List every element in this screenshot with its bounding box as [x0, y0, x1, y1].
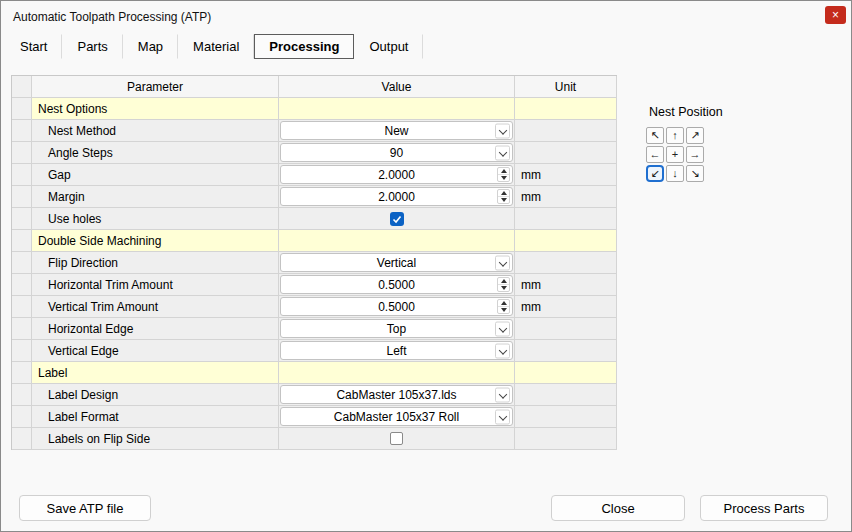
- tab-parts[interactable]: Parts: [62, 34, 122, 59]
- horizontal-trim-amount-spinner[interactable]: 0.5000: [280, 275, 513, 294]
- tab-bar: StartPartsMapMaterialProcessingOutput: [5, 34, 423, 59]
- unit-label: [515, 208, 617, 230]
- tab-output[interactable]: Output: [354, 34, 423, 59]
- label-format-dropdown[interactable]: CabMaster 105x37 Roll: [280, 407, 513, 426]
- unit-label: [515, 98, 617, 120]
- value-cell: [279, 428, 515, 450]
- unit-label: [515, 230, 617, 252]
- nest-position-arrow-up-button[interactable]: ↑: [666, 127, 684, 144]
- titlebar: Automatic Toolpath Processing (ATP) ×: [1, 1, 851, 31]
- parameter-label: Label: [32, 362, 279, 384]
- row-selector: [12, 230, 32, 252]
- nest-position-arrow-left-button[interactable]: ←: [646, 146, 664, 163]
- tab-processing[interactable]: Processing: [254, 34, 354, 59]
- tab-map[interactable]: Map: [123, 34, 178, 59]
- unit-label: mm: [515, 186, 617, 208]
- nest-position-center-button[interactable]: +: [666, 146, 684, 163]
- spinner-up-button[interactable]: [498, 300, 509, 307]
- nest-position-arrow-down-right-button[interactable]: ↘: [686, 165, 704, 182]
- process-parts-button[interactable]: Process Parts: [700, 495, 828, 521]
- parameter-label: Use holes: [32, 208, 279, 230]
- spinner-value: 0.5000: [378, 278, 415, 292]
- dropdown-value: Top: [387, 322, 406, 336]
- dropdown-value: Vertical: [377, 256, 416, 270]
- nest-position-arrow-right-button[interactable]: →: [686, 146, 704, 163]
- chevron-down-icon: [495, 343, 510, 358]
- angle-steps-dropdown[interactable]: 90: [280, 143, 513, 162]
- chevron-down-icon: [495, 387, 510, 402]
- value-cell: [279, 208, 515, 230]
- unit-label: [515, 252, 617, 274]
- chevron-down-icon: [495, 321, 510, 336]
- row-selector: [12, 406, 32, 428]
- spinner-up-button[interactable]: [498, 278, 509, 285]
- label-design-dropdown[interactable]: CabMaster 105x37.lds: [280, 385, 513, 404]
- value-cell: Vertical: [279, 252, 515, 274]
- parameter-label: Angle Steps: [32, 142, 279, 164]
- dropdown-value: 90: [390, 146, 403, 160]
- close-button[interactable]: Close: [551, 495, 685, 521]
- use-holes-checkbox[interactable]: [390, 212, 404, 226]
- chevron-down-icon: [495, 145, 510, 160]
- parameter-table: ParameterValueUnitNest OptionsNest Metho…: [11, 75, 617, 450]
- spinner-up-button[interactable]: [498, 190, 509, 197]
- unit-label: [515, 406, 617, 428]
- value-cell: 90: [279, 142, 515, 164]
- save-atp-file-button[interactable]: Save ATP file: [19, 495, 151, 521]
- spinner-value: 2.0000: [378, 190, 415, 204]
- tab-material[interactable]: Material: [178, 34, 254, 59]
- value-cell: 0.5000: [279, 296, 515, 318]
- spinner-down-button[interactable]: [498, 307, 509, 313]
- spinner-down-button[interactable]: [498, 285, 509, 291]
- value-cell: [279, 98, 515, 120]
- parameter-label: Margin: [32, 186, 279, 208]
- margin-spinner[interactable]: 2.0000: [280, 187, 513, 206]
- column-header-value: Value: [279, 76, 515, 98]
- value-cell: 0.5000: [279, 274, 515, 296]
- nest-method-dropdown[interactable]: New: [280, 121, 513, 140]
- nest-position-arrow-up-left-button[interactable]: ↖: [646, 127, 664, 144]
- parameter-label: Flip Direction: [32, 252, 279, 274]
- dropdown-value: CabMaster 105x37.lds: [336, 388, 456, 402]
- spinner-down-button[interactable]: [498, 197, 509, 203]
- tab-start[interactable]: Start: [5, 34, 62, 59]
- row-selector: [12, 142, 32, 164]
- row-selector: [12, 296, 32, 318]
- unit-label: [515, 384, 617, 406]
- close-window-button[interactable]: ×: [825, 6, 846, 24]
- spinner-buttons: [497, 299, 510, 314]
- row-selector-header: [12, 76, 32, 98]
- value-cell: [279, 230, 515, 252]
- window-title: Automatic Toolpath Processing (ATP): [13, 10, 211, 24]
- spinner-down-button[interactable]: [498, 175, 509, 181]
- spinner-up-button[interactable]: [498, 168, 509, 175]
- check-icon: [392, 214, 402, 224]
- nest-position-label: Nest Position: [649, 105, 723, 119]
- parameter-label: Label Format: [32, 406, 279, 428]
- dropdown-value: New: [384, 124, 408, 138]
- nest-position-arrow-down-left-button[interactable]: ↙: [646, 165, 664, 182]
- value-cell: 2.0000: [279, 186, 515, 208]
- parameter-label: Vertical Trim Amount: [32, 296, 279, 318]
- spinner-buttons: [497, 167, 510, 182]
- horizontal-edge-dropdown[interactable]: Top: [280, 319, 513, 338]
- unit-label: [515, 340, 617, 362]
- unit-label: mm: [515, 296, 617, 318]
- nest-position-arrow-up-right-button[interactable]: ↗: [686, 127, 704, 144]
- labels-on-flip-side-checkbox[interactable]: [390, 432, 403, 445]
- flip-direction-dropdown[interactable]: Vertical: [280, 253, 513, 272]
- unit-label: mm: [515, 164, 617, 186]
- unit-label: [515, 362, 617, 384]
- chevron-down-icon: [495, 409, 510, 424]
- nest-position-arrow-down-button[interactable]: ↓: [666, 165, 684, 182]
- value-cell: CabMaster 105x37.lds: [279, 384, 515, 406]
- vertical-trim-amount-spinner[interactable]: 0.5000: [280, 297, 513, 316]
- unit-label: [515, 142, 617, 164]
- gap-spinner[interactable]: 2.0000: [280, 165, 513, 184]
- value-cell: Top: [279, 318, 515, 340]
- chevron-down-icon: [495, 255, 510, 270]
- row-selector: [12, 362, 32, 384]
- vertical-edge-dropdown[interactable]: Left: [280, 341, 513, 360]
- column-header-unit: Unit: [515, 76, 617, 98]
- chevron-down-icon: [495, 123, 510, 138]
